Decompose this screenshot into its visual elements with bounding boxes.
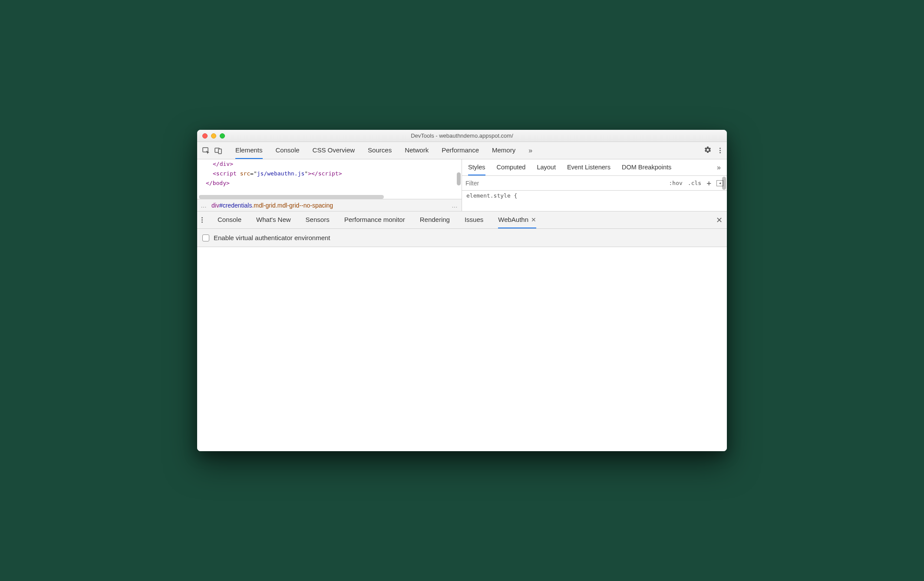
- sidebar-tab-layout[interactable]: Layout: [537, 159, 556, 175]
- tab-performance[interactable]: Performance: [442, 142, 479, 159]
- hov-toggle[interactable]: :hov: [669, 180, 683, 186]
- drawer-tab-whats-new[interactable]: What's New: [256, 211, 291, 228]
- traffic-lights: [197, 133, 225, 139]
- more-tabs-icon[interactable]: »: [528, 147, 532, 155]
- attr-src: src: [240, 170, 250, 177]
- drawer-tab-webauthn[interactable]: WebAuthn ✕: [498, 211, 536, 228]
- element-style-rule[interactable]: element.style {: [462, 191, 727, 201]
- inspect-element-icon[interactable]: [202, 147, 210, 155]
- sidebar-tab-styles[interactable]: Styles: [468, 159, 485, 175]
- dom-tree-pane[interactable]: </div> <script src="js/webauthn.js"></sc…: [197, 159, 462, 211]
- breadcrumb-node[interactable]: div#credentials.mdl-grid.mdl-grid--no-sp…: [211, 202, 333, 209]
- breadcrumb-left-ellipsis[interactable]: …: [201, 202, 207, 209]
- tab-elements[interactable]: Elements: [235, 142, 263, 159]
- drawer-tab-performance-monitor[interactable]: Performance monitor: [344, 211, 405, 228]
- drawer: Console What's New Sensors Performance m…: [197, 211, 727, 451]
- attr-src-value: js/webauthn.js: [257, 170, 305, 177]
- close-window-button[interactable]: [202, 133, 208, 139]
- minimize-window-button[interactable]: [211, 133, 216, 139]
- sidebar-tab-computed[interactable]: Computed: [497, 159, 526, 175]
- main-toolbar: Elements Console CSS Overview Sources Ne…: [197, 142, 727, 159]
- maximize-window-button[interactable]: [220, 133, 225, 139]
- drawer-tab-webauthn-label: WebAuthn: [498, 216, 528, 223]
- drawer-tab-sensors[interactable]: Sensors: [306, 211, 330, 228]
- window-title: DevTools - webauthndemo.appspot.com/: [197, 132, 727, 139]
- enable-virtual-authenticator-label: Enable virtual authenticator environment: [214, 234, 330, 241]
- toolbar-left-icons: [197, 147, 228, 155]
- sidebar-tab-event-listeners[interactable]: Event Listeners: [567, 159, 610, 175]
- tab-css-overview[interactable]: CSS Overview: [313, 142, 355, 159]
- vertical-scrollbar[interactable]: [457, 172, 461, 185]
- drawer-tabs: Console What's New Sensors Performance m…: [197, 211, 727, 229]
- tab-network[interactable]: Network: [405, 142, 429, 159]
- sidebar-more-tabs-icon[interactable]: »: [717, 164, 721, 172]
- drawer-tab-rendering[interactable]: Rendering: [420, 211, 450, 228]
- drawer-tab-issues[interactable]: Issues: [465, 211, 483, 228]
- dom-code[interactable]: </div> <script src="js/webauthn.js"></sc…: [197, 159, 462, 188]
- horizontal-scrollbar[interactable]: [199, 195, 384, 199]
- tab-sources[interactable]: Sources: [368, 142, 392, 159]
- close-drawer-icon[interactable]: ✕: [716, 215, 723, 225]
- cls-toggle[interactable]: .cls: [688, 180, 701, 186]
- new-style-rule-icon[interactable]: +: [706, 178, 711, 188]
- styles-tabs: Styles Computed Layout Event Listeners D…: [462, 159, 727, 176]
- main-tabs: Elements Console CSS Overview Sources Ne…: [228, 142, 698, 159]
- svg-rect-2: [218, 149, 221, 154]
- split-pane: </div> <script src="js/webauthn.js"></sc…: [197, 159, 727, 211]
- toolbar-right: [698, 146, 727, 155]
- enable-virtual-authenticator-checkbox[interactable]: [202, 234, 209, 241]
- styles-filter-row: :hov .cls + ◂: [462, 176, 727, 191]
- webauthn-enable-row: Enable virtual authenticator environment: [197, 229, 727, 247]
- breadcrumb-right-ellipsis[interactable]: …: [452, 202, 458, 209]
- styles-scrollbar[interactable]: [722, 177, 726, 190]
- tab-memory[interactable]: Memory: [492, 142, 515, 159]
- styles-pane: Styles Computed Layout Event Listeners D…: [462, 159, 727, 211]
- device-toggle-icon[interactable]: [214, 147, 222, 155]
- sidebar-tab-dom-breakpoints[interactable]: DOM Breakpoints: [622, 159, 671, 175]
- drawer-tab-console[interactable]: Console: [218, 211, 241, 228]
- webauthn-panel-body: [197, 247, 727, 451]
- styles-filter-input[interactable]: [465, 180, 665, 187]
- close-tab-icon[interactable]: ✕: [531, 216, 536, 223]
- drawer-menu-icon[interactable]: [201, 217, 203, 223]
- settings-icon[interactable]: [704, 146, 712, 155]
- more-menu-icon[interactable]: [719, 148, 721, 153]
- titlebar: DevTools - webauthndemo.appspot.com/: [197, 130, 727, 142]
- tab-console[interactable]: Console: [276, 142, 300, 159]
- breadcrumb[interactable]: … div#credentials.mdl-grid.mdl-grid--no-…: [197, 199, 462, 211]
- devtools-window: DevTools - webauthndemo.appspot.com/ Ele…: [197, 130, 727, 451]
